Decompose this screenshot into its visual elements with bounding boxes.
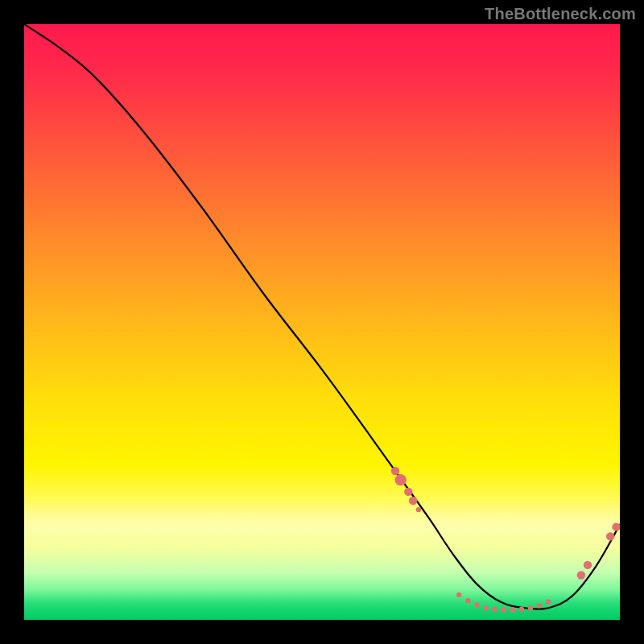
data-point xyxy=(537,603,542,608)
data-point xyxy=(465,598,470,603)
data-point xyxy=(409,497,417,505)
watermark-text: TheBottleneck.com xyxy=(485,5,636,23)
data-point xyxy=(456,592,461,597)
data-point xyxy=(416,507,421,512)
data-point xyxy=(391,467,399,475)
data-point xyxy=(483,605,488,610)
data-point xyxy=(546,600,551,605)
data-point xyxy=(404,488,412,496)
curve-svg xyxy=(24,24,620,620)
data-point xyxy=(528,605,533,610)
data-point xyxy=(395,474,407,485)
data-point xyxy=(519,607,524,612)
plot-area xyxy=(24,24,620,620)
data-point xyxy=(492,607,497,612)
data-point xyxy=(612,522,620,530)
data-point xyxy=(606,532,614,540)
data-point xyxy=(502,607,506,612)
bottleneck-curve xyxy=(24,24,620,609)
marker-layer xyxy=(391,467,620,613)
data-point xyxy=(510,607,515,612)
chart-frame: TheBottleneck.com xyxy=(0,0,644,644)
data-point xyxy=(584,561,592,569)
data-point xyxy=(474,602,479,607)
data-point xyxy=(577,571,585,579)
